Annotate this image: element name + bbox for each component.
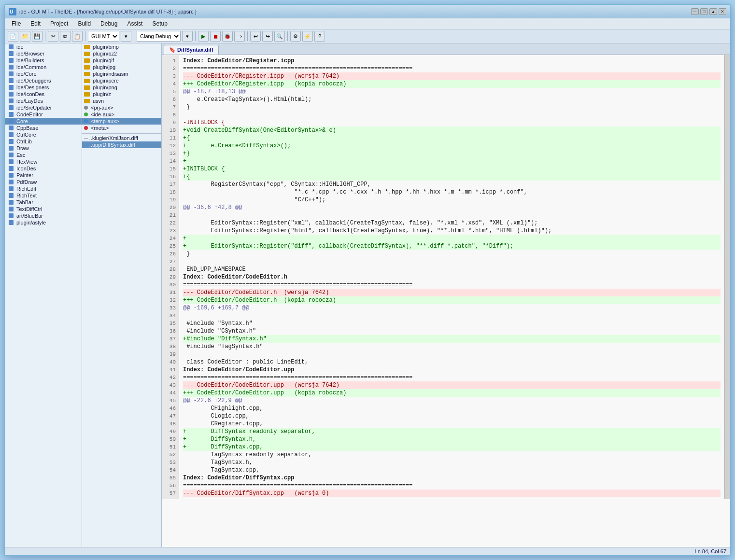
middle-tree-item[interactable]: plugin/ndisasm (82, 70, 161, 77)
code-line (183, 312, 721, 320)
tb-copy-button[interactable]: ⧉ (60, 31, 71, 42)
tb-run-button[interactable]: ▶ (198, 31, 209, 42)
line-number: 23 (165, 227, 176, 235)
package-icon (9, 105, 14, 110)
line-number: 31 (165, 289, 176, 296)
left-tree-item[interactable]: CodeEditor (5, 111, 82, 118)
line-number: 29 (165, 273, 176, 281)
left-tree-item[interactable]: CppBase (5, 125, 82, 131)
middle-tree-item[interactable]: <prj-aux> (82, 104, 161, 111)
tab-diffsyntax[interactable]: 🔖 DiffSyntax.diff (164, 45, 219, 55)
tb-sep4 (195, 31, 196, 41)
menu-assist[interactable]: Assist (123, 19, 146, 28)
middle-tree-item[interactable]: <meta> (82, 125, 161, 131)
tree-item-label: Esc (16, 152, 25, 158)
minimize-button[interactable]: ─ (691, 8, 699, 15)
menu-edit[interactable]: Edit (27, 19, 44, 28)
left-tree-item[interactable]: RichText (5, 192, 82, 199)
line-number: 45 (165, 397, 176, 405)
left-tree-item[interactable]: ide/Common (5, 64, 82, 70)
middle-tree-item[interactable]: <ide-aux> (82, 111, 161, 118)
code-line: --- CodeEditor/CRegister.icpp (wersja 76… (183, 72, 721, 80)
left-tree-item[interactable]: ide/Debuggers (5, 77, 82, 84)
code-line: TagSyntax.cpp, (183, 466, 721, 474)
middle-tree-item[interactable]: usvn (82, 98, 161, 104)
middle-tree-item[interactable]: plugin/z (82, 91, 161, 98)
restore-button[interactable]: □ (700, 8, 708, 15)
tb-stop-button[interactable]: ◼ (210, 31, 221, 42)
left-tree-item[interactable]: art/BlueBar (5, 212, 82, 219)
tb-open-button[interactable]: 📁 (20, 31, 30, 42)
code-line: END_UPP_NAMESPACE (183, 266, 721, 273)
workspace-select[interactable]: GUI MT (88, 31, 119, 42)
menu-setup[interactable]: Setup (148, 19, 171, 28)
code-area[interactable]: 1234567891011121314151617181920212223242… (162, 55, 730, 547)
left-tree-item[interactable]: ide/Designers (5, 84, 82, 91)
tb-step-button[interactable]: ⇒ (234, 31, 245, 42)
left-tree-item[interactable]: Core (5, 118, 82, 125)
tb-new-button[interactable]: 📄 (8, 31, 18, 42)
line-number: 47 (165, 412, 176, 420)
left-tree-item[interactable]: ide/IconDes (5, 91, 82, 98)
left-tree-item[interactable]: Draw (5, 145, 82, 152)
tb-redo-button[interactable]: ↪ (262, 31, 273, 42)
middle-tree-item[interactable]: plugin/bmp (82, 43, 161, 50)
tb-cut-button[interactable]: ✂ (48, 31, 58, 42)
tb-save-button[interactable]: 💾 (32, 31, 42, 42)
tb-help-button[interactable]: ? (314, 31, 325, 42)
menu-project[interactable]: Project (46, 19, 72, 28)
code-line: TagSyntax.h, (183, 459, 721, 466)
tb-search-button[interactable]: 🔍 (274, 31, 285, 42)
close-button[interactable]: ✕ (719, 8, 726, 15)
menu-debug[interactable]: Debug (97, 19, 121, 28)
tb-debug-button[interactable]: 🐞 (222, 31, 233, 42)
line-number: 21 (165, 211, 176, 219)
middle-tree-item[interactable]: plugin/jpg (82, 64, 161, 70)
left-tree-item[interactable]: ide/Builders (5, 57, 82, 64)
left-tree-item[interactable]: CtrlLib (5, 138, 82, 145)
middle-tree-item[interactable]: plugin/png (82, 84, 161, 91)
maximize-button[interactable]: ▲ (709, 8, 717, 15)
build-select[interactable]: Clang Debug (137, 31, 181, 42)
left-tree-item[interactable]: ide (5, 43, 82, 50)
middle-tree-item[interactable]: <temp-aux> (82, 118, 161, 125)
code-line: Index: CodeEditor/CodeEditor.upp (183, 366, 721, 374)
tb-build-btn[interactable]: ▾ (182, 31, 193, 42)
left-tree-item[interactable]: ide/Core (5, 70, 82, 77)
left-tree-item[interactable]: TextDiffCtrl (5, 206, 82, 212)
middle-tree-item[interactable]: plugin/bz2 (82, 50, 161, 57)
middle-tree-item[interactable]: plugin/gif (82, 57, 161, 64)
left-tree-item[interactable]: HexView (5, 158, 82, 165)
left-tree-item[interactable]: CtrlCore (5, 131, 82, 138)
left-tree-item[interactable]: plugin/astyle (5, 219, 82, 226)
left-tree-item[interactable]: Esc (5, 152, 82, 158)
tree-item-label: Core (16, 118, 28, 124)
middle-tree-item[interactable]: plugin/pcre (82, 77, 161, 84)
tb-undo-button[interactable]: ↩ (250, 31, 261, 42)
line-number: 1 (165, 57, 176, 65)
code-line: + (183, 157, 721, 165)
menu-file[interactable]: File (8, 19, 25, 28)
tb-build2-button[interactable]: ⚙ (290, 31, 301, 42)
recent-file-item[interactable]: ─ ..upp/DiffSyntax.diff (82, 141, 161, 148)
vertical-scrollbar[interactable] (724, 55, 730, 499)
recent-file-item[interactable]: ─ ..klugier/XmlJson.diff (82, 135, 161, 141)
left-tree-item[interactable]: Painter (5, 172, 82, 179)
left-tree-item[interactable]: RichEdit (5, 185, 82, 192)
tb-paste-button[interactable]: 📋 (72, 31, 83, 42)
left-tree-item[interactable]: IconDes (5, 165, 82, 172)
left-tree: ideide/Browseride/Builderside/Commonide/… (5, 43, 82, 226)
tb-config-button[interactable]: ⚡ (302, 31, 313, 42)
code-line: #include "TagSyntax.h" (183, 343, 721, 350)
main-content: ideide/Browseride/Builderside/Commonide/… (5, 43, 730, 547)
left-tree-item[interactable]: ide/LayDes (5, 98, 82, 104)
menu-build[interactable]: Build (74, 19, 95, 28)
left-tree-item[interactable]: ide/Browser (5, 50, 82, 57)
left-tree-item[interactable]: ide/SrcUpdater (5, 104, 82, 111)
code-line: + DiffSyntax readonly separator, (183, 428, 721, 435)
line-number: 16 (165, 173, 176, 181)
line-number: 55 (165, 474, 176, 482)
left-tree-item[interactable]: PdfDraw (5, 179, 82, 185)
left-tree-item[interactable]: TabBar (5, 199, 82, 206)
tb-ws-btn[interactable]: ▾ (121, 31, 131, 42)
